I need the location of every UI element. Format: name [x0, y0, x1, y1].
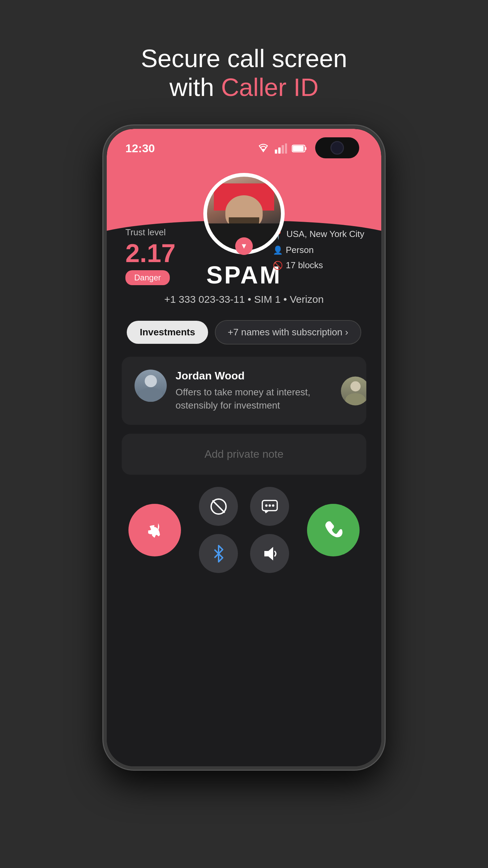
svg-rect-3 [285, 143, 287, 154]
block-icon: 🚫 [273, 261, 283, 270]
reviewer-name: Jordan Wood [176, 370, 353, 382]
category-item: 👤 Person [273, 245, 364, 255]
middle-buttons [199, 487, 289, 573]
side-head [350, 381, 361, 391]
page-title-line2: with Caller ID [141, 73, 347, 102]
svg-marker-13 [264, 547, 273, 560]
caller-info-panel: 📍 USA, New York City 👤 Person 🚫 17 block… [273, 229, 364, 271]
page-title-prefix: with [169, 73, 221, 101]
avatar-indicator: ▼ [235, 237, 253, 255]
wifi-icon [257, 143, 270, 154]
status-bar: 12:30 [125, 142, 307, 155]
location-text: USA, New York City [286, 229, 364, 239]
phone-screen: 12:30 [107, 129, 381, 766]
svg-line-8 [212, 500, 225, 513]
message-icon [261, 498, 279, 515]
side-avatar [341, 376, 366, 405]
page-title-highlight: Caller ID [221, 73, 319, 101]
signal-icon [275, 143, 287, 154]
private-note-text: Add private note [134, 448, 354, 460]
camera-notch [315, 137, 359, 158]
tags-row: Investments +7 names with subscription › [127, 320, 361, 344]
message-button[interactable] [250, 487, 289, 526]
speaker-button[interactable] [250, 534, 289, 573]
avatar-ring: ▼ [203, 173, 285, 254]
decline-button[interactable] [128, 504, 181, 556]
blocks-text: 17 blocks [286, 260, 323, 271]
block-button[interactable] [199, 487, 238, 526]
page-header: Secure call screen with Caller ID [141, 44, 347, 102]
reviewer-body [139, 388, 163, 402]
trust-label: Trust level [125, 227, 176, 238]
battery-icon [292, 144, 307, 153]
svg-rect-0 [275, 150, 277, 154]
review-card: Jordan Wood Offers to take money at inte… [122, 357, 366, 425]
reviewer-head [145, 375, 157, 387]
chevron-down-icon: ▼ [240, 242, 248, 251]
caller-number: +1 333 023-33-11 • SIM 1 • Verizon [164, 294, 324, 305]
middle-row-2 [199, 534, 289, 573]
side-body [345, 393, 366, 405]
decline-icon [143, 518, 167, 542]
bluetooth-button[interactable] [199, 534, 238, 573]
svg-rect-2 [282, 145, 284, 154]
blocks-item: 🚫 17 blocks [273, 260, 364, 271]
caller-name: SPAM [206, 261, 282, 289]
svg-point-10 [265, 504, 267, 507]
accept-icon [322, 518, 345, 542]
call-buttons-row1 [122, 487, 366, 573]
private-note[interactable]: Add private note [122, 434, 366, 475]
tag-investments[interactable]: Investments [127, 321, 208, 344]
svg-rect-5 [293, 146, 304, 151]
accept-button[interactable] [307, 504, 360, 556]
status-time: 12:30 [125, 142, 155, 155]
danger-badge: Danger [125, 270, 170, 285]
bluetooth-icon [212, 545, 225, 563]
svg-rect-1 [278, 147, 281, 154]
avatar-container: ▼ [203, 173, 285, 254]
call-content-area: SPAM +1 333 023-33-11 • SIM 1 • Verizon … [107, 258, 381, 584]
category-text: Person [286, 245, 313, 255]
svg-rect-6 [305, 147, 306, 150]
reviewer-text: Offers to take money at interest, ostens… [176, 386, 353, 412]
trust-level-panel: Trust level 2.17 Danger [125, 227, 176, 285]
tag-subscription[interactable]: +7 names with subscription › [215, 320, 361, 344]
review-text-area: Jordan Wood Offers to take money at inte… [176, 370, 353, 412]
block-call-icon [210, 498, 227, 515]
camera-lens [330, 141, 344, 155]
location-item: 📍 USA, New York City [273, 229, 364, 240]
speaker-icon [261, 545, 279, 563]
svg-point-11 [268, 504, 271, 507]
phone-frame: 12:30 [103, 125, 385, 770]
middle-row-1 [199, 487, 289, 526]
page-wrapper: Secure call screen with Caller ID 12:30 [0, 0, 488, 868]
trust-value: 2.17 [125, 240, 176, 266]
svg-point-12 [272, 504, 274, 507]
page-title-line1: Secure call screen [141, 44, 347, 73]
status-icons [257, 143, 307, 154]
reviewer-avatar [135, 370, 167, 402]
